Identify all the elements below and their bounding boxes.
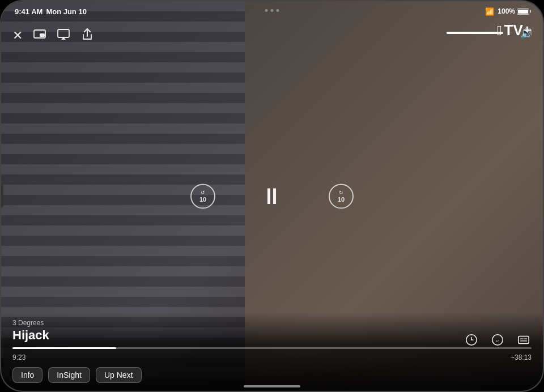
rewind-button[interactable]: ↺ 10: [190, 184, 215, 208]
pip-button[interactable]: [33, 28, 46, 44]
show-title: Hijack: [12, 328, 532, 343]
wifi-icon: 📶: [485, 7, 494, 16]
right-controls: ↩: [464, 332, 532, 348]
playback-controls: ↺ 10 ⏸ ↻ 10: [190, 184, 354, 209]
rewind-seconds: 10: [199, 196, 206, 203]
status-right: 📶 100%: [485, 7, 529, 16]
status-time: 9:41 AM: [15, 7, 42, 16]
back-button[interactable]: ↩: [490, 332, 505, 348]
close-button[interactable]: ✕: [12, 28, 23, 43]
up-next-button[interactable]: Up Next: [96, 367, 142, 383]
progress-bar[interactable]: [12, 347, 532, 349]
current-time: 9:23: [12, 353, 26, 361]
volume-fill: [447, 32, 503, 34]
bottom-overlay: 3 Degrees Hijack 9:23 ~38:13 Info InSigh…: [1, 312, 543, 391]
bottom-buttons: Info InSight Up Next: [12, 367, 532, 383]
rewind-arrow: ↺: [201, 190, 205, 195]
show-subtitle: 3 Degrees: [12, 319, 532, 327]
captions-button[interactable]: [516, 332, 532, 348]
volume-icon[interactable]: 🔊: [520, 27, 533, 40]
svg-rect-2: [58, 29, 69, 37]
forward-arrow: ↻: [339, 190, 343, 195]
status-date: Mon Jun 10: [46, 7, 87, 16]
forward-seconds: 10: [338, 196, 345, 203]
svg-text:↩: ↩: [496, 339, 499, 343]
top-left-controls: ✕: [12, 28, 94, 44]
side-button: [0, 185, 3, 207]
time-row: 9:23 ~38:13: [12, 353, 532, 361]
ipad-frame: 9:41 AM Mon Jun 10 📶 100% ✕: [0, 0, 544, 392]
battery-bar: [517, 8, 529, 15]
pause-button[interactable]: ⏸: [261, 184, 283, 209]
speed-button[interactable]: [464, 332, 479, 348]
status-left: 9:41 AM Mon Jun 10: [15, 7, 87, 16]
battery-percent: 100%: [498, 7, 515, 15]
progress-fill: [12, 347, 116, 349]
airplay-button[interactable]: [57, 28, 70, 44]
home-indicator[interactable]: [244, 385, 300, 387]
show-info: 3 Degrees Hijack: [12, 319, 532, 343]
battery-fill: [518, 10, 528, 14]
forward-button[interactable]: ↻ 10: [329, 184, 354, 208]
share-button[interactable]: [80, 28, 94, 44]
svg-rect-6: [518, 336, 529, 344]
top-dots: [265, 9, 279, 12]
info-button[interactable]: Info: [12, 367, 42, 383]
volume-bar[interactable]: [447, 32, 503, 34]
battery-indicator: 100%: [498, 7, 529, 15]
insight-button[interactable]: InSight: [48, 367, 90, 383]
top-controls: ✕: [1, 22, 543, 50]
svg-rect-1: [40, 33, 45, 37]
remaining-time: ~38:13: [511, 353, 532, 361]
apple-icon: : [497, 23, 502, 39]
